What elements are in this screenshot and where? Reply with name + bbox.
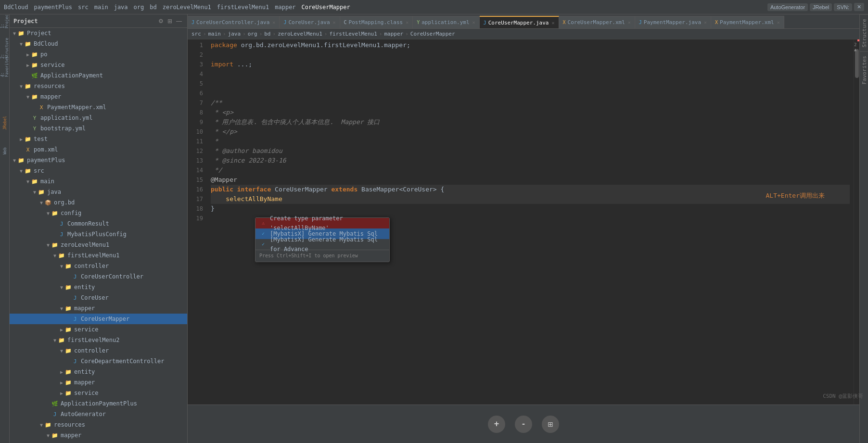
jrebel-side-icon[interactable]: JRebel xyxy=(1,119,9,127)
nav-firstlevel[interactable]: firstLevelMenu1 xyxy=(217,4,269,11)
tree-arrow[interactable]: ▼ xyxy=(45,433,51,438)
bc-zero[interactable]: zeroLevelMenu1 xyxy=(278,31,322,37)
favorites-side-icon[interactable]: 4: Favorites xyxy=(1,63,9,70)
tab-tab7[interactable]: JPaymentMapper.java✕ xyxy=(635,16,711,28)
tab-tab5[interactable]: JCoreUserMapper.java✕ xyxy=(480,16,559,28)
tree-arrow[interactable]: ▼ xyxy=(18,84,24,89)
nav-main[interactable]: main xyxy=(94,4,108,11)
tab-tab1[interactable]: JCoreUserController.java✕ xyxy=(188,16,280,28)
tree-item-p31[interactable]: ▼📁controller xyxy=(10,345,187,356)
tree-item-p2[interactable]: ▼📁BdCloud xyxy=(10,38,187,49)
tree-arrow[interactable]: ▼ xyxy=(32,190,38,195)
tree-arrow[interactable]: ▼ xyxy=(38,200,44,205)
tree-item-p6[interactable]: ▼📁resources xyxy=(10,81,187,91)
tab-close-button[interactable]: ✕ xyxy=(704,20,707,25)
zoom-in-button[interactable]: + xyxy=(488,416,505,433)
zoom-out-button[interactable]: - xyxy=(515,416,532,433)
autogenerator-button[interactable]: AutoGenerator xyxy=(767,3,808,11)
nav-zerolevel[interactable]: zeroLevelMenu1 xyxy=(163,4,211,11)
bc-org[interactable]: org xyxy=(248,31,257,37)
tree-arrow[interactable]: ▼ xyxy=(45,242,51,248)
tree-item-p17[interactable]: ▼📦org.bd xyxy=(10,197,187,208)
tree-item-p5[interactable]: 🌿ApplicationPayment xyxy=(10,70,187,81)
panel-layout-button[interactable]: ⊞ xyxy=(166,17,174,25)
tree-item-p7[interactable]: ▼📁mapper xyxy=(10,91,187,102)
tree-item-p36[interactable]: 🌿ApplicationPaymentPlus xyxy=(10,398,187,409)
tab-tab2[interactable]: JCoreUser.java✕ xyxy=(280,16,340,28)
tree-arrow[interactable]: ▼ xyxy=(25,94,31,100)
tree-arrow[interactable]: ▼ xyxy=(12,31,17,36)
tree-item-p19[interactable]: JCommonResult xyxy=(10,218,187,229)
tree-arrow[interactable]: ▶ xyxy=(25,63,31,68)
tree-item-p40[interactable]: XCoreDepartmentMapper.xml xyxy=(10,441,187,443)
tab-tab6[interactable]: XCoreUserMapper.xml✕ xyxy=(559,16,635,28)
nav-coreuserrapper[interactable]: CoreUserMapper xyxy=(302,4,350,11)
panel-gear-button[interactable]: ⚙ xyxy=(157,17,165,25)
nav-paymentplus[interactable]: paymentPlus xyxy=(34,4,72,11)
bc-first[interactable]: firstLevelMenu1 xyxy=(329,31,377,37)
tab-close-button[interactable]: ✕ xyxy=(333,20,336,25)
tree-item-p21[interactable]: ▼📁zeroLevelMenu1 xyxy=(10,240,187,250)
tree-item-p35[interactable]: ▶📁service xyxy=(10,388,187,398)
nav-org[interactable]: org xyxy=(134,4,144,11)
tree-arrow[interactable]: ▶ xyxy=(25,52,31,57)
tree-item-p3[interactable]: ▶📁po xyxy=(10,49,187,60)
tree-item-p8[interactable]: XPaymentMapper.xml xyxy=(10,102,187,113)
nav-bdcloud[interactable]: BdCloud xyxy=(4,4,28,11)
nav-src[interactable]: src xyxy=(78,4,89,11)
tree-item-p20[interactable]: JMybatisPlusConfig xyxy=(10,229,187,240)
tree-arrow[interactable]: ▼ xyxy=(25,179,31,184)
tree-arrow[interactable]: ▼ xyxy=(38,422,44,428)
right-tab-favorites[interactable]: Favorites xyxy=(860,51,868,89)
nav-bd[interactable]: bd xyxy=(150,4,156,11)
tree-item-p9[interactable]: Yapplication.yml xyxy=(10,113,187,123)
tree-item-p13[interactable]: ▼📁paymentPlus xyxy=(10,155,187,165)
bc-java[interactable]: java xyxy=(228,31,241,37)
tab-close-button[interactable]: ✕ xyxy=(472,20,475,25)
bc-main[interactable]: main xyxy=(208,31,221,37)
tree-arrow[interactable]: ▼ xyxy=(45,211,51,216)
tree-arrow[interactable]: ▶ xyxy=(59,369,64,375)
tree-item-p22[interactable]: ▼📁firstLevelMenu1 xyxy=(10,250,187,261)
tree-arrow[interactable]: ▼ xyxy=(59,264,64,269)
tab-tab3[interactable]: CPostMapping.class✕ xyxy=(340,16,413,28)
tab-close-button[interactable]: ✕ xyxy=(628,20,631,25)
tree-arrow[interactable]: ▼ xyxy=(12,158,17,163)
tree-arrow[interactable]: ▼ xyxy=(18,168,24,174)
tree-item-p14[interactable]: ▼📁src xyxy=(10,165,187,176)
tab-tab4[interactable]: Yapplication.yml✕ xyxy=(413,16,479,28)
tree-arrow[interactable]: ▶ xyxy=(59,391,64,396)
tab-close-button[interactable]: ✕ xyxy=(406,20,408,25)
tree-item-p33[interactable]: ▶📁entity xyxy=(10,367,187,377)
nav-java[interactable]: java xyxy=(114,4,128,11)
tree-item-p16[interactable]: ▼📁java xyxy=(10,187,187,197)
editor-scrollbar[interactable]: 2 ▲ xyxy=(854,39,859,405)
tree-arrow[interactable]: ▼ xyxy=(59,306,64,311)
bc-bd[interactable]: bd xyxy=(264,31,270,37)
svn-button[interactable]: SVN: xyxy=(834,3,852,11)
tree-item-p30[interactable]: ▼📁firstLevelMenu2 xyxy=(10,335,187,345)
tab-close-button[interactable]: ✕ xyxy=(551,20,554,25)
scrollbar-thumb[interactable] xyxy=(855,49,859,78)
tree-item-p10[interactable]: Ybootstrap.yml xyxy=(10,123,187,134)
tree-arrow[interactable]: ▶ xyxy=(59,380,64,385)
tab-close-button[interactable]: ✕ xyxy=(272,20,275,25)
structure-side-icon[interactable]: 2: Structure xyxy=(1,44,9,52)
tree-arrow[interactable]: ▼ xyxy=(18,41,24,47)
tree-arrow[interactable]: ▼ xyxy=(52,338,58,343)
autocomplete-item-ac1[interactable]: ⚠Create type parameter 'selectAllByName' xyxy=(255,218,389,228)
autocomplete-item-ac3[interactable]: ✓[MybatisX] Generate Mybatis Sql for Adv… xyxy=(255,239,389,250)
nav-mapper[interactable]: mapper xyxy=(275,4,295,11)
tree-arrow[interactable]: ▶ xyxy=(18,137,24,142)
tree-item-p12[interactable]: Xpom.xml xyxy=(10,144,187,155)
tree-item-p32[interactable]: JCoreDepartmentController xyxy=(10,356,187,367)
tree-item-p26[interactable]: JCoreUser xyxy=(10,292,187,303)
tree-item-p4[interactable]: ▶📁service xyxy=(10,60,187,70)
tree-item-p1[interactable]: ▼📁Project xyxy=(10,28,187,38)
tree-item-p37[interactable]: JAutoGenerator xyxy=(10,409,187,419)
tree-item-p28[interactable]: JCoreUserMapper xyxy=(10,314,187,324)
bc-mapper[interactable]: mapper xyxy=(384,31,403,37)
tree-item-p39[interactable]: ▼📁mapper xyxy=(10,430,187,441)
tree-item-p29[interactable]: ▶📁service xyxy=(10,324,187,335)
bc-coreuserrapper[interactable]: CoreUserMapper xyxy=(410,31,455,37)
